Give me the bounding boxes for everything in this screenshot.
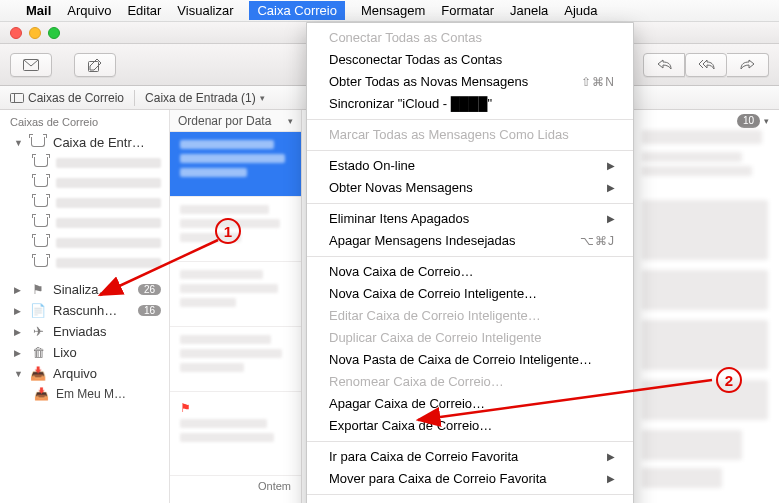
menubar-caixa-correio[interactable]: Caixa Correio: [249, 1, 344, 20]
reply-all-button[interactable]: [685, 53, 727, 77]
menubar-editar[interactable]: Editar: [127, 3, 161, 18]
sort-label: Ordenar por Data: [178, 114, 271, 128]
window-zoom-button[interactable]: [48, 27, 60, 39]
paperplane-icon: ✈: [29, 324, 47, 339]
menubar-app[interactable]: Mail: [26, 3, 51, 18]
annotation-callout-1: 1: [215, 218, 241, 244]
inbox-icon: [29, 135, 47, 150]
disclosure-triangle-icon[interactable]: ▶: [14, 348, 23, 358]
archivebox-icon: 📥: [32, 387, 50, 401]
inbox-icon: [32, 216, 50, 230]
menu-move-favorite[interactable]: Mover para Caixa de Correio Favorita▶: [307, 468, 633, 490]
sidebar-inbox-account-1[interactable]: [0, 153, 169, 173]
disclosure-triangle-icon[interactable]: ▶: [14, 306, 23, 316]
submenu-arrow-icon: ▶: [607, 157, 615, 175]
trash-icon: 🗑: [29, 345, 47, 360]
chevron-down-icon: ▾: [764, 116, 769, 126]
submenu-arrow-icon: ▶: [607, 448, 615, 466]
menu-new-smart-folder[interactable]: Nova Pasta de Caixa de Correio Inteligen…: [307, 349, 633, 371]
inbox-icon: [32, 236, 50, 250]
archivebox-icon: 📥: [29, 366, 47, 381]
flag-icon: ⚑: [29, 282, 47, 297]
redacted-label: [56, 218, 161, 228]
message-row[interactable]: [170, 262, 301, 327]
sidebar-inbox-account-6[interactable]: [0, 253, 169, 273]
redacted-label: [56, 158, 161, 168]
sidebar-inbox-account-3[interactable]: [0, 193, 169, 213]
redacted-label: [56, 178, 161, 188]
menu-goto-favorite[interactable]: Ir para Caixa de Correio Favorita▶: [307, 446, 633, 468]
menu-separator: [307, 203, 633, 204]
menubar-ajuda[interactable]: Ajuda: [564, 3, 597, 18]
message-row[interactable]: ⚑: [170, 392, 301, 476]
sidebar-archive[interactable]: ▼ 📥 Arquivo: [0, 363, 169, 384]
menu-rebuild[interactable]: Reconstruir: [307, 499, 633, 503]
disclosure-triangle-icon[interactable]: ▼: [14, 138, 23, 148]
menu-mark-all-read: Marcar Todas as Mensagens Como Lidas: [307, 124, 633, 146]
sidebar-inbox-account-5[interactable]: [0, 233, 169, 253]
menu-separator: [307, 494, 633, 495]
reply-button[interactable]: [643, 53, 685, 77]
chevron-down-icon: ▾: [260, 93, 265, 103]
menu-new-mailbox[interactable]: Nova Caixa de Correio…: [307, 261, 633, 283]
redacted-label: [56, 198, 161, 208]
menu-erase-junk[interactable]: Apagar Mensagens Indesejadas⌥⌘J: [307, 230, 633, 252]
message-row-selected[interactable]: [170, 132, 301, 197]
sidebar-archive-sub[interactable]: 📥 Em Meu M…: [0, 384, 169, 404]
sidebar-inbox-label: Caixa de Entr…: [53, 135, 161, 150]
sidebar-trash[interactable]: ▶ 🗑 Lixo: [0, 342, 169, 363]
forward-button[interactable]: [727, 53, 769, 77]
window-minimize-button[interactable]: [29, 27, 41, 39]
message-list-sort[interactable]: Ordenar por Data ▾: [170, 110, 301, 132]
menu-sync-icloud[interactable]: Sincronizar "iCloud - ████": [307, 93, 633, 115]
get-mail-button[interactable]: [10, 53, 52, 77]
menu-new-smart-mailbox[interactable]: Nova Caixa de Correio Inteligente…: [307, 283, 633, 305]
mailbox-menu: Conectar Todas as Contas Desconectar Tod…: [306, 22, 634, 503]
sidebar-inbox[interactable]: ▼ Caixa de Entr…: [0, 132, 169, 153]
favbar-inbox-select[interactable]: Caixa de Entrada (1) ▾: [135, 91, 275, 105]
menubar-janela[interactable]: Janela: [510, 3, 548, 18]
sidebar-inbox-account-4[interactable]: [0, 213, 169, 233]
favbar-mid-label: Caixa de Entrada (1): [145, 91, 256, 105]
sidebar-trash-label: Lixo: [53, 345, 161, 360]
menu-disconnect-all[interactable]: Desconectar Todas as Contas: [307, 49, 633, 71]
inbox-icon: [32, 176, 50, 190]
window-close-button[interactable]: [10, 27, 22, 39]
menubar-visualizar[interactable]: Visualizar: [177, 3, 233, 18]
menu-separator: [307, 441, 633, 442]
menubar-mensagem[interactable]: Mensagem: [361, 3, 425, 18]
redacted-label: [56, 238, 161, 248]
sidebar-sent-label: Enviadas: [53, 324, 161, 339]
menu-export-mailbox[interactable]: Exportar Caixa de Correio…: [307, 415, 633, 437]
sidebar-flagged-label: Sinaliza…: [53, 282, 132, 297]
shortcut-label: ⇧⌘N: [581, 73, 615, 91]
menu-erase-deleted[interactable]: Eliminar Itens Apagados▶: [307, 208, 633, 230]
disclosure-triangle-icon[interactable]: ▼: [14, 369, 23, 379]
menu-separator: [307, 119, 633, 120]
sidebar: Caixas de Correio ▼ Caixa de Entr… ▶ ⚑ S…: [0, 110, 170, 503]
inbox-icon: [32, 256, 50, 270]
submenu-arrow-icon: ▶: [607, 210, 615, 228]
menu-delete-mailbox[interactable]: Apagar Caixa de Correio…: [307, 393, 633, 415]
sidebar-sent[interactable]: ▶ ✈ Enviadas: [0, 321, 169, 342]
disclosure-triangle-icon[interactable]: ▶: [14, 285, 23, 295]
disclosure-triangle-icon[interactable]: ▶: [14, 327, 23, 337]
message-row[interactable]: [170, 327, 301, 392]
submenu-arrow-icon: ▶: [607, 470, 615, 488]
menu-get-all-new[interactable]: Obter Todas as Novas Mensagens⇧⌘N: [307, 71, 633, 93]
shortcut-label: ⌥⌘J: [580, 232, 615, 250]
svg-rect-5: [11, 93, 24, 102]
menu-online-state[interactable]: Estado On-line▶: [307, 155, 633, 177]
sidebar-inbox-account-2[interactable]: [0, 173, 169, 193]
thread-count-badge[interactable]: 10 ▾: [737, 114, 769, 128]
compose-button[interactable]: [74, 53, 116, 77]
sidebar-flagged-count: 26: [138, 284, 161, 295]
sidebar-drafts[interactable]: ▶ 📄 Rascunh… 16: [0, 300, 169, 321]
menubar-arquivo[interactable]: Arquivo: [67, 3, 111, 18]
menu-get-new-msgs[interactable]: Obter Novas Mensagens▶: [307, 177, 633, 199]
menu-separator: [307, 256, 633, 257]
menubar-formatar[interactable]: Formatar: [441, 3, 494, 18]
sidebar-flagged[interactable]: ▶ ⚑ Sinaliza… 26: [0, 279, 169, 300]
sidebar-archive-sub-label: Em Meu M…: [56, 387, 161, 401]
sidebar-toggle[interactable]: Caixas de Correio: [0, 91, 134, 105]
